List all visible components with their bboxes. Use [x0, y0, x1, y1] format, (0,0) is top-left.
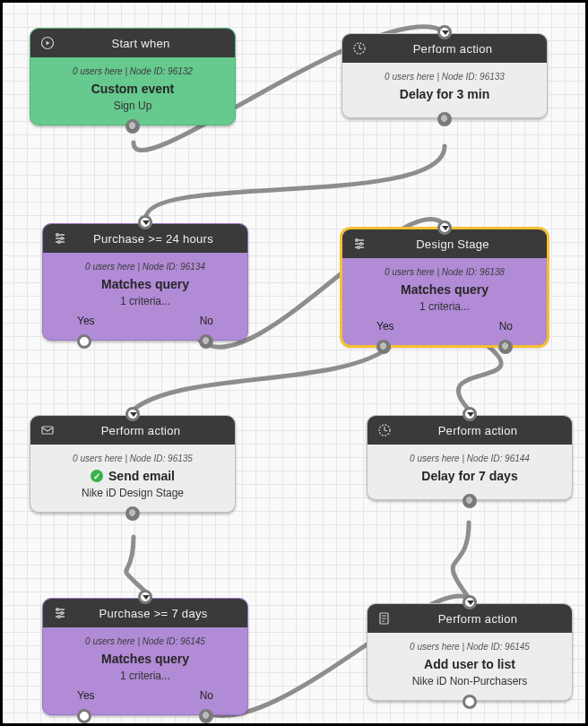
node-header-title: Perform action	[393, 612, 563, 626]
node-meta: 0 users here | Node ID: 96138	[353, 267, 536, 277]
check-icon: ✓	[91, 470, 103, 482]
node-body: 0 users here | Node ID: 96134 Matches qu…	[43, 253, 247, 340]
filter-icon	[351, 236, 368, 252]
branch-label-yes: Yes	[77, 315, 95, 327]
node-title: Matches query	[54, 277, 237, 291]
node-purchase-7d[interactable]: Purchase >= 7 days 0 users here | Node I…	[42, 598, 248, 715]
node-header: Start when	[30, 29, 235, 57]
port-out[interactable]	[125, 119, 140, 134]
node-header-title: Perform action	[56, 424, 226, 437]
filter-icon	[52, 230, 68, 246]
port-out-yes[interactable]	[376, 340, 391, 354]
node-body: 0 users here | Node ID: 96144 Delay for …	[368, 445, 572, 499]
node-meta: 0 users here | Node ID: 96145	[378, 642, 561, 652]
node-title: Matches query	[353, 282, 536, 297]
svg-point-4	[58, 241, 61, 244]
node-meta: 0 users here | Node ID: 96134	[54, 262, 237, 272]
node-send-email[interactable]: Perform action 0 users here | Node ID: 9…	[30, 415, 236, 513]
node-header-title: Perform action	[393, 424, 563, 437]
node-start[interactable]: Start when 0 users here | Node ID: 96132…	[30, 28, 236, 125]
port-in[interactable]	[138, 215, 152, 229]
branch-label-yes: Yes	[77, 689, 95, 702]
svg-point-7	[358, 246, 360, 249]
port-in[interactable]	[437, 220, 452, 235]
node-title-text: Send email	[108, 469, 175, 483]
play-icon	[39, 35, 56, 51]
node-body: 0 users here | Node ID: 96145 Matches qu…	[43, 627, 247, 714]
node-subtitle: 1 criteria...	[54, 295, 237, 307]
svg-rect-8	[42, 427, 53, 434]
svg-point-2	[56, 234, 59, 237]
node-body: 0 users here | Node ID: 96132 Custom eve…	[30, 57, 235, 125]
clock-icon	[351, 40, 368, 56]
node-delay-7days[interactable]: Perform action 0 users here | Node ID: 9…	[367, 415, 573, 500]
node-title: ✓ Send email	[41, 469, 224, 483]
port-out[interactable]	[125, 506, 140, 521]
node-header-title: Perform action	[368, 42, 538, 56]
node-body: 0 users here | Node ID: 96145 Add user t…	[368, 633, 572, 700]
node-subtitle: Nike iD Design Stage	[41, 487, 224, 499]
node-body: 0 users here | Node ID: 96138 Matches qu…	[342, 258, 547, 345]
node-subtitle: 1 criteria...	[54, 670, 237, 682]
node-subtitle: 1 criteria...	[353, 300, 536, 313]
svg-point-12	[58, 616, 61, 618]
node-delay-3min[interactable]: Perform action 0 users here | Node ID: 9…	[342, 33, 548, 118]
node-meta: 0 users here | Node ID: 96133	[353, 72, 536, 82]
node-purchase-24h[interactable]: Purchase >= 24 hours 0 users here | Node…	[42, 223, 248, 341]
port-out-yes[interactable]	[77, 709, 91, 723]
node-meta: 0 users here | Node ID: 96132	[41, 66, 224, 76]
branch-label-yes: Yes	[376, 320, 394, 333]
port-out-yes[interactable]	[77, 334, 91, 349]
node-design-stage[interactable]: Design Stage 0 users here | Node ID: 961…	[342, 229, 548, 346]
clock-icon	[376, 422, 393, 438]
node-meta: 0 users here | Node ID: 96135	[41, 454, 224, 463]
node-header-title: Design Stage	[368, 238, 538, 251]
port-out-no[interactable]	[498, 340, 513, 354]
node-subtitle: Sign Up	[41, 99, 224, 112]
branch-label-no: No	[200, 689, 213, 702]
branch-label-no: No	[499, 320, 513, 333]
node-header-title: Purchase >= 7 days	[68, 607, 238, 620]
workflow-canvas[interactable]: Start when 0 users here | Node ID: 96132…	[0, 0, 588, 726]
svg-point-10	[56, 609, 59, 611]
node-header-title: Purchase >= 24 hours	[68, 232, 238, 246]
node-body: 0 users here | Node ID: 96135 ✓ Send ema…	[30, 445, 235, 512]
node-body: 0 users here | Node ID: 96133 Delay for …	[342, 63, 547, 117]
node-title: Matches query	[54, 652, 237, 666]
port-out-no[interactable]	[199, 709, 213, 723]
port-out[interactable]	[437, 112, 452, 126]
mail-icon	[39, 422, 56, 438]
port-out-no[interactable]	[199, 334, 213, 349]
node-add-to-list[interactable]: Perform action 0 users here | Node ID: 9…	[367, 603, 573, 701]
svg-point-5	[356, 239, 359, 242]
node-subtitle: Nike iD Non-Purchasers	[378, 675, 561, 687]
node-meta: 0 users here | Node ID: 96144	[378, 454, 561, 463]
node-meta: 0 users here | Node ID: 96145	[54, 636, 237, 646]
node-title: Custom event	[41, 82, 224, 96]
svg-point-11	[61, 612, 64, 615]
svg-point-3	[61, 238, 64, 240]
svg-point-6	[360, 243, 363, 246]
branch-label-no: No	[200, 315, 213, 327]
port-out[interactable]	[463, 695, 477, 709]
node-title: Add user to list	[378, 657, 561, 671]
port-in[interactable]	[138, 590, 152, 604]
node-title: Delay for 7 days	[378, 469, 561, 483]
port-in[interactable]	[463, 595, 477, 609]
port-out[interactable]	[463, 494, 477, 508]
port-in[interactable]	[437, 25, 452, 39]
filter-icon	[52, 605, 68, 621]
port-in[interactable]	[125, 407, 140, 421]
list-add-icon	[376, 610, 393, 627]
node-title: Delay for 3 min	[353, 87, 536, 101]
port-in[interactable]	[463, 407, 477, 421]
node-header-title: Start when	[56, 37, 226, 50]
